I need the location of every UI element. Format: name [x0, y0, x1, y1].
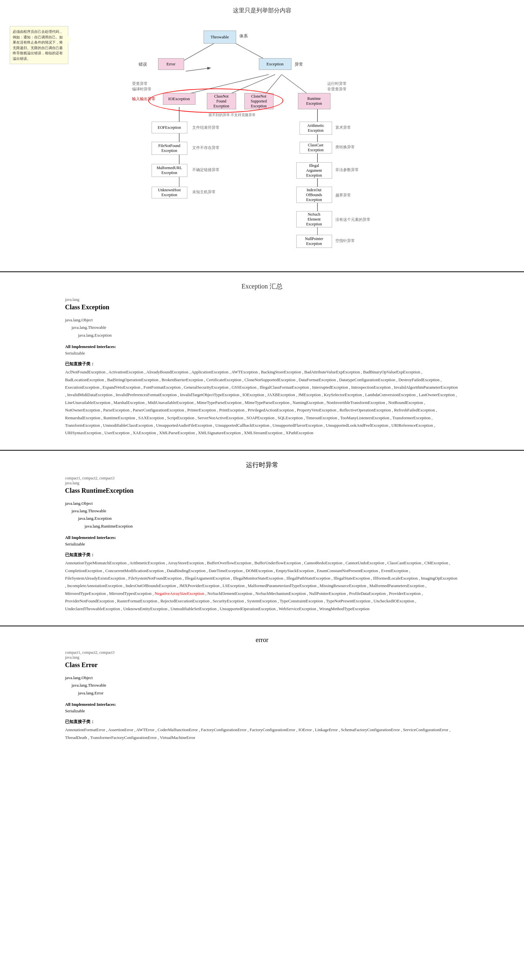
runtime-interfaces-label: All Implemented Interfaces: [65, 535, 459, 540]
box-io: IOException [163, 93, 196, 105]
svg-line-3 [187, 75, 269, 94]
runtime-hierarchy-line-1: java.lang.Object [65, 500, 459, 507]
label-shuruchu: 输入输出异常 [132, 96, 156, 102]
box-indexoutofbounds: IndexOutOfBoundsException [296, 187, 332, 203]
runtime-subclasses: AnnotationTypeMismatchException , Arithm… [65, 559, 459, 612]
exception-class-title: Class Exception [65, 304, 459, 311]
error-interfaces-label: All Implemented Interfaces: [65, 702, 459, 707]
box-classcast: ClassCastException [299, 142, 332, 154]
label-tiji: 体系 [239, 33, 248, 39]
label-yichang3: 非受查异常 [327, 86, 347, 92]
runtime-section: 运行时异常 compact1, compact2, compact3 java.… [0, 450, 524, 625]
illegalarg-label: IllegalArgumentException [306, 163, 322, 178]
error-class-title: Class Error [65, 661, 459, 669]
svg-line-0 [179, 42, 217, 63]
box-unknownhost: UnknownHostException [151, 187, 187, 199]
box-filenotfound: FileNotFoundException [151, 142, 187, 155]
error-interfaces: Serializable [65, 708, 459, 714]
label-indexoutofbounds: 越界异常 [335, 192, 351, 198]
error-hierarchy-line-1: java.lang.Object [65, 674, 459, 681]
label-bianyishi: 编译时异常 [132, 86, 151, 92]
exception-section-title: Exception 汇总 [65, 282, 459, 291]
label-filenotfound: 文件不存在异常 [192, 145, 220, 151]
nosuchelement-label: NoSuchElementException [306, 212, 322, 227]
runtime-class-title: Class RuntimeException [65, 487, 459, 495]
chart-area: Throwable 体系 Error 错误 Exception 异常 受查异常 … [116, 24, 409, 258]
runtime-hierarchy: java.lang.Object java.lang.Throwable jav… [65, 500, 459, 530]
throwable-label: Throwable [210, 35, 229, 40]
label-yichang: 异常 [295, 62, 303, 67]
box-nosuchelement: NoSuchElementException [296, 211, 332, 228]
exception-pkg: java.lang [65, 297, 459, 302]
error-section: error compact1, compact2, compact3 java.… [0, 625, 524, 754]
error-hierarchy: java.lang.Object java.lang.Throwable jav… [65, 674, 459, 697]
hierarchy-line-3: java.lang.Exception [78, 331, 459, 339]
nullpointer-label: NullPointerException [305, 237, 323, 246]
svg-line-2 [282, 75, 308, 94]
exception-subclasses: AclNotFoundException , ActivationExcepti… [65, 368, 459, 437]
label-unknownhost: 未知主机异常 [192, 189, 216, 195]
indexoutofbounds-label: IndexOutOfBoundsException [306, 188, 322, 202]
runtime-label: RuntimeException [306, 96, 322, 106]
hierarchy-line-2: java.lang.Throwable [72, 324, 459, 331]
label-arithmetic: 算术异常 [335, 125, 351, 130]
exception-interfaces-label: All Implemented Interfaces: [65, 344, 459, 349]
svg-line-16 [186, 68, 210, 71]
label-classcast: 类转换异常 [335, 145, 355, 150]
clonenotsupported-label: CloneNotSupportedException [251, 94, 267, 109]
box-classnotfound: ClassNotFoundException [207, 93, 236, 109]
box-arithmetic: ArithmeticException [299, 122, 332, 135]
error-pkg: compact1, compact2, compact3 java.lang [65, 650, 459, 660]
svg-line-5 [265, 75, 282, 94]
exception-subclasses-label: 已知直接子类： [65, 361, 459, 367]
negative-highlight: NegativeArraySizeException [154, 591, 204, 596]
box-throwable: Throwable [204, 30, 236, 44]
box-runtime: RuntimeException [298, 93, 330, 109]
annotation-text: 必须由程序员自己去处理代码，例如：通知：自己调用自己。如果在没有终止条件的情况下… [13, 30, 63, 60]
runtime-pkg: compact1, compact2, compact3 java.lang [65, 476, 459, 485]
runtime-hierarchy-line-2: java.lang.Throwable [72, 507, 459, 515]
diagram-section: 这里只是列举部分内容 必须由程序员自己去处理代码，例如：通知：自己调用自己。如果… [0, 0, 524, 271]
box-exception: Exception [259, 58, 291, 70]
label-nosuchelement: 没有这个元素的异常 [335, 217, 371, 223]
label-shoushen: 受查异常 [132, 81, 148, 86]
label-eof: 文件结束符异常 [192, 125, 220, 130]
error-hierarchy-line-3: java.lang.Error [78, 689, 459, 697]
runtime-section-title: 运行时异常 [65, 461, 459, 469]
classcast-label: ClassCastException [308, 143, 323, 153]
label-illegalarg: 非法参数异常 [335, 167, 359, 173]
runtime-hierarchy-line-4: java.lang.RuntimeException [84, 522, 459, 530]
classnotfound-label: ClassNotFoundException [213, 94, 229, 109]
label-chaobao: 抓不到的异常 不支持克隆异常 [209, 113, 256, 118]
box-nullpointer: NullPointerException [296, 235, 332, 248]
label-malformed: 不确定链接异常 [192, 167, 220, 173]
runtime-hierarchy-line-3: java.lang.Exception [78, 515, 459, 522]
box-illegalarg: IllegalArgumentException [296, 162, 332, 178]
malformed-label: MalformedURLException [157, 165, 182, 175]
eof-label: EOFException [158, 125, 181, 130]
unknownhost-label: UnknownHostException [158, 188, 180, 197]
box-clonenotsupported: CloneNotSupportedException [244, 93, 274, 109]
box-malformed: MalformedURLException [151, 164, 187, 177]
exception-label: Exception [266, 62, 284, 67]
error-hierarchy-line-2: java.lang.Throwable [72, 681, 459, 689]
arithmetic-label: ArithmeticException [307, 123, 324, 133]
error-subclasses-label: 已知直接子类： [65, 719, 459, 725]
label-nullpointer: 空指针异常 [335, 238, 355, 243]
svg-line-4 [229, 75, 275, 94]
box-error: Error [158, 58, 184, 70]
filenotfound-label: FileNotFoundException [158, 143, 180, 153]
exception-interfaces: Serializable [65, 351, 459, 356]
label-cuowu: 错误 [139, 62, 147, 67]
diagram-title: 这里只是列举部分内容 [13, 6, 511, 14]
box-eof: EOFException [151, 122, 187, 134]
exception-hierarchy: java.lang.Object java.lang.Throwable jav… [65, 316, 459, 339]
exception-section: Exception 汇总 java.lang Class Exception j… [0, 271, 524, 450]
io-label: IOException [168, 96, 190, 102]
hierarchy-line-1: java.lang.Object [65, 316, 459, 324]
runtime-subclasses-label: 已知直接子类： [65, 552, 459, 558]
error-label: Error [167, 62, 175, 67]
annotation-bubble: 必须由程序员自己去处理代码，例如：通知：自己调用自己。如果在没有终止条件的情况下… [10, 26, 68, 64]
error-section-title: error [65, 636, 459, 644]
error-subclasses: AnnotationFormatError , AssertionError ,… [65, 726, 459, 741]
